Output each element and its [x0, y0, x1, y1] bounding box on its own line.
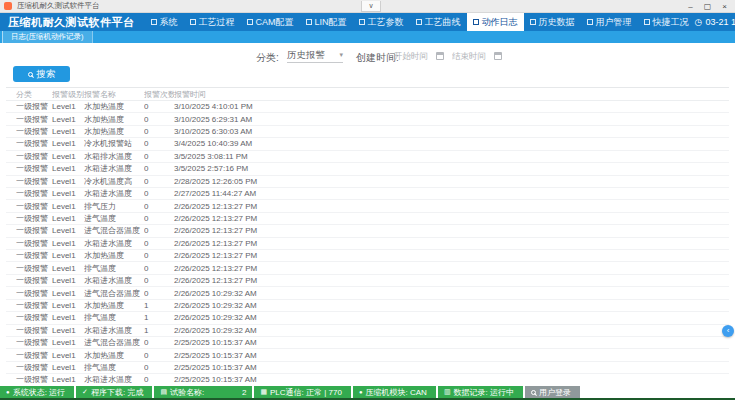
table-row[interactable]: 一级报警 Level1 水箱进水温度 0 2/25/2025 10:15:37 … [6, 374, 729, 386]
table-row[interactable]: 一级报警 Level1 冷水机温度高 0 2/28/2025 12:26:05 … [6, 176, 729, 188]
start-time-field[interactable] [394, 48, 444, 63]
chevron-down-icon[interactable]: ∨ [361, 1, 381, 12]
cell-alarm-time: 2/26/2025 12:13:27 PM [174, 251, 729, 260]
cell-alarm-count: 0 [144, 289, 174, 298]
cell-alarm-time: 2/26/2025 12:13:27 PM [174, 226, 729, 235]
table-row[interactable]: 一级报警 Level1 水箱进水温度 0 2/27/2025 11:44:27 … [6, 188, 729, 200]
table-row[interactable]: 一级报警 Level1 水箱进水温度 1 2/26/2025 10:29:32 … [6, 325, 729, 337]
menu-item[interactable]: 快捷工况 [638, 13, 695, 31]
calendar-icon[interactable] [494, 52, 502, 60]
cell-category: 一级报警 [16, 325, 52, 336]
cell-level: Level1 [52, 127, 84, 136]
table-row[interactable]: 一级报警 Level1 水加热温度 0 3/10/2025 6:30:03 AM [6, 126, 729, 138]
log-tab[interactable]: 日志(压缩机动作记录) [2, 31, 93, 43]
cell-alarm-count: 0 [144, 375, 174, 384]
end-time-input[interactable] [452, 51, 490, 61]
cell-alarm-count: 0 [144, 251, 174, 260]
alarm-log-table: 分类 报警级别 报警名称 报警次数 报警时间 一级报警 Level1 水加热温度… [6, 87, 729, 386]
cell-level: Level1 [52, 338, 84, 347]
search-button[interactable]: 搜索 [13, 66, 70, 82]
menu-item-label: 动作日志 [482, 16, 518, 29]
cell-alarm-time: 2/28/2025 12:26:05 PM [174, 177, 729, 186]
menu-item[interactable]: 工艺过程 [184, 13, 241, 31]
menu-item-label: LIN配置 [315, 16, 347, 29]
cell-alarm-time: 2/26/2025 12:13:27 PM [174, 239, 729, 248]
table-row[interactable]: 一级报警 Level1 排气温度 1 2/26/2025 10:29:32 AM [6, 312, 729, 324]
window-controls: – ▢ × [682, 0, 733, 13]
cell-level: Level1 [52, 139, 84, 148]
menu-item[interactable]: 系统 [145, 13, 184, 31]
cell-level: Level1 [52, 202, 84, 211]
table-row[interactable]: 一级报警 Level1 水加热温度 0 2/25/2025 10:15:37 A… [6, 349, 729, 361]
collapse-panel-button[interactable]: ‹ [722, 325, 734, 337]
table-row[interactable]: 一级报警 Level1 水箱进水温度 0 2/26/2025 12:13:27 … [6, 238, 729, 250]
cell-alarm-count: 1 [144, 313, 174, 322]
table-row[interactable]: 一级报警 Level1 冷水机报警站 0 3/4/2025 10:40:39 A… [6, 138, 729, 150]
cell-alarm-name: 水箱进水温度 [84, 188, 144, 199]
os-titlebar: 压缩机耐久测试软件平台 ∨ – ▢ × [0, 0, 735, 13]
cell-alarm-name: 水加热温度 [84, 101, 144, 112]
status-label: 用户登录 [539, 387, 571, 398]
table-row[interactable]: 一级报警 Level1 进气混合器温度 0 2/25/2025 10:15:37… [6, 337, 729, 349]
table-row[interactable]: 一级报警 Level1 进气混合器温度 0 2/26/2025 10:29:32… [6, 287, 729, 299]
menu-item-label: 工艺参数 [368, 16, 404, 29]
cell-category: 一级报警 [16, 201, 52, 212]
cell-alarm-name: 进气混合器温度 [84, 337, 144, 348]
table-row[interactable]: 一级报警 Level1 水加热温度 0 3/10/2025 6:29:31 AM [6, 113, 729, 125]
minimize-button[interactable]: – [682, 0, 699, 13]
window-title: 压缩机耐久测试软件平台 [17, 1, 100, 11]
cell-alarm-time: 2/27/2025 11:44:27 AM [174, 189, 729, 198]
maximize-button[interactable]: ▢ [699, 0, 716, 13]
table-row[interactable]: 一级报警 Level1 进气混合器温度 0 2/26/2025 12:13:27… [6, 225, 729, 237]
column-header-name: 报警名称 [84, 89, 144, 100]
cell-alarm-name: 水加热温度 [84, 300, 144, 311]
table-row[interactable]: 一级报警 Level1 排气压力 0 2/26/2025 12:13:27 PM [6, 200, 729, 212]
table-row[interactable]: 一级报警 Level1 水箱排水温度 0 3/5/2025 3:08:11 PM [6, 151, 729, 163]
category-select[interactable]: 历史报警 ▾ [287, 48, 343, 63]
menu-item-icon [190, 19, 196, 25]
cell-level: Level1 [52, 363, 84, 372]
cell-category: 一级报警 [16, 138, 52, 149]
cell-alarm-count: 0 [144, 115, 174, 124]
table-row[interactable]: 一级报警 Level1 水箱进水温度 0 2/26/2025 12:13:27 … [6, 275, 729, 287]
calendar-icon[interactable] [436, 52, 444, 60]
table-row[interactable]: 一级报警 Level1 进气温度 0 2/26/2025 12:13:27 PM [6, 213, 729, 225]
cell-alarm-count: 0 [144, 127, 174, 136]
cell-category: 一级报警 [16, 238, 52, 249]
menu-item[interactable]: 工艺曲线 [410, 13, 467, 31]
table-row[interactable]: 一级报警 Level1 水加热温度 0 2/26/2025 12:13:27 P… [6, 250, 729, 262]
status-value: 2 [242, 388, 246, 397]
table-row[interactable]: 一级报警 Level1 水加热温度 1 2/26/2025 10:29:32 A… [6, 300, 729, 312]
status-segment: 用户登录 [525, 386, 580, 398]
table-row[interactable]: 一级报警 Level1 水加热温度 0 3/10/2025 4:10:01 PM [6, 101, 729, 113]
menu-item[interactable]: CAM配置 [241, 13, 300, 31]
start-time-input[interactable] [394, 51, 432, 61]
table-row[interactable]: 一级报警 Level1 水箱进水温度 0 3/5/2025 2:57:16 PM [6, 163, 729, 175]
menu-item[interactable]: LIN配置 [300, 13, 353, 31]
menu-item-icon [644, 19, 650, 25]
status-label: 数据记录: 运行中 [454, 387, 514, 398]
cell-alarm-time: 3/10/2025 6:30:03 AM [174, 127, 729, 136]
cell-alarm-name: 排气压力 [84, 201, 144, 212]
cell-alarm-count: 0 [144, 202, 174, 211]
cell-alarm-count: 0 [144, 351, 174, 360]
menu-item[interactable]: 用户管理 [581, 13, 638, 31]
menu-item[interactable]: 动作日志 [467, 13, 524, 31]
status-segment: 程序下载: 完成 [76, 386, 152, 398]
menu-item-label: 历史数据 [539, 16, 575, 29]
cell-category: 一级报警 [16, 151, 52, 162]
menu-item-label: 快捷工况 [653, 16, 689, 29]
cell-alarm-count: 0 [144, 139, 174, 148]
cell-alarm-count: 0 [144, 102, 174, 111]
end-time-field[interactable] [452, 48, 502, 63]
cell-level: Level1 [52, 313, 84, 322]
cell-alarm-name: 水箱排水温度 [84, 151, 144, 162]
table-row[interactable]: 一级报警 Level1 排气温度 0 2/25/2025 10:15:37 AM [6, 362, 729, 374]
close-button[interactable]: × [716, 0, 733, 13]
menu-item[interactable]: 工艺参数 [353, 13, 410, 31]
cell-category: 一级报警 [16, 275, 52, 286]
cell-alarm-name: 水箱进水温度 [84, 275, 144, 286]
menu-item[interactable]: 历史数据 [524, 13, 581, 31]
cell-alarm-count: 0 [144, 363, 174, 372]
table-row[interactable]: 一级报警 Level1 排气温度 0 2/26/2025 12:13:27 PM [6, 262, 729, 274]
